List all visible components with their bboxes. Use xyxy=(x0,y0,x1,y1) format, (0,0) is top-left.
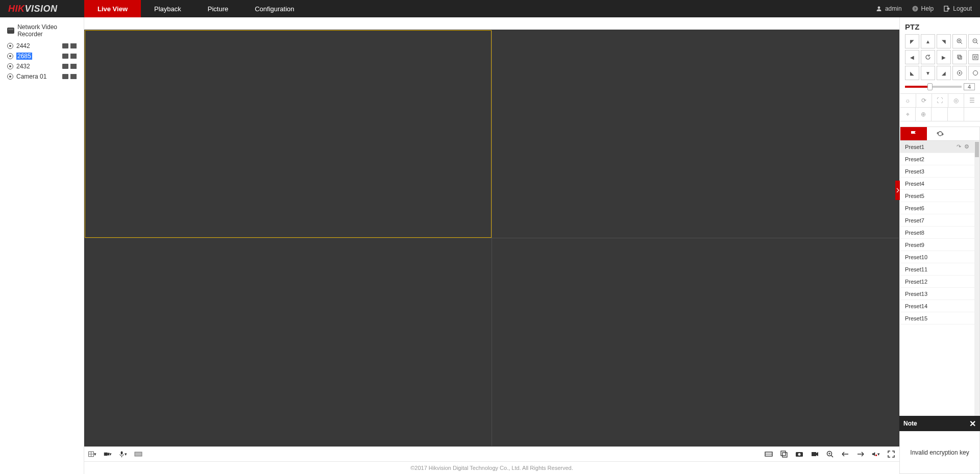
camera-icon[interactable] xyxy=(795,450,803,458)
record-toggle-icon[interactable] xyxy=(811,450,819,458)
record-icon[interactable] xyxy=(62,43,68,48)
video-cell-4[interactable] xyxy=(492,238,899,446)
preset-item[interactable]: Preset5 xyxy=(900,190,974,202)
preset-item[interactable]: Preset3 xyxy=(900,165,974,178)
spacer xyxy=(948,108,964,121)
slider-thumb[interactable] xyxy=(927,83,933,90)
preset-item[interactable]: Preset4 xyxy=(900,178,974,190)
iris-open[interactable] xyxy=(952,66,967,80)
preset-label: Preset13 xyxy=(905,291,927,297)
next-icon[interactable] xyxy=(856,450,865,458)
nav-picture[interactable]: Picture xyxy=(194,0,241,17)
iris-close[interactable] xyxy=(968,66,980,80)
user-menu[interactable]: admin xyxy=(876,5,902,12)
ptz-icon[interactable] xyxy=(134,450,142,458)
svg-point-24 xyxy=(875,455,877,456)
ptz-down[interactable]: ▼ xyxy=(921,66,935,80)
preset-item[interactable]: Preset9 xyxy=(900,239,974,251)
help-link[interactable]: ? Help xyxy=(912,5,934,12)
snapshot-icon[interactable] xyxy=(70,74,77,79)
menu-icon[interactable]: ☰ xyxy=(964,94,980,107)
snapshot-icon[interactable] xyxy=(70,64,77,69)
preset-item[interactable]: Preset6 xyxy=(900,202,974,214)
focus-far[interactable] xyxy=(968,50,980,64)
zoom-out[interactable] xyxy=(968,34,980,48)
camera-item[interactable]: 2432 xyxy=(7,61,77,71)
focus-near[interactable] xyxy=(952,50,967,64)
light-icon[interactable]: ☼ xyxy=(900,94,916,107)
logout-label: Logout xyxy=(953,5,972,12)
flag-icon xyxy=(910,131,917,137)
preset-item[interactable]: Preset15 xyxy=(900,312,974,325)
tab-pattern[interactable] xyxy=(953,127,979,140)
layout-button[interactable]: ▾ xyxy=(88,450,96,458)
camera-list: 2442 2685 2432 xyxy=(0,41,84,82)
preset-label: Preset15 xyxy=(905,315,927,321)
preset-label: Preset9 xyxy=(905,242,924,248)
video-cell-1[interactable] xyxy=(85,30,492,238)
tab-preset[interactable] xyxy=(900,127,927,140)
close-icon[interactable]: ✕ xyxy=(969,419,976,429)
preset-item[interactable]: Preset10 xyxy=(900,251,974,263)
preset-item[interactable]: Preset11 xyxy=(900,263,974,276)
record-icon[interactable] xyxy=(62,64,68,69)
svg-rect-10 xyxy=(135,452,142,456)
ptz-up-right[interactable]: ◥ xyxy=(937,34,951,48)
wiper-icon[interactable]: ⟳ xyxy=(916,94,933,107)
record-icon[interactable] xyxy=(62,74,68,79)
ptz-up[interactable]: ▲ xyxy=(921,34,935,48)
snapshot-icon[interactable] xyxy=(70,43,77,48)
sound-icon[interactable]: ▾ xyxy=(872,450,880,458)
tab-patrol[interactable] xyxy=(927,127,953,140)
storage-icon[interactable] xyxy=(765,450,773,458)
camera-item[interactable]: Camera 01 xyxy=(7,71,77,82)
preset-item[interactable]: Preset12 xyxy=(900,276,974,288)
slider-fill xyxy=(905,86,927,88)
fullscreen-icon[interactable] xyxy=(887,450,895,458)
panel-collapse-handle[interactable] xyxy=(895,181,900,200)
goto-icon[interactable]: ↷ xyxy=(957,143,961,150)
preset-item[interactable]: Preset1 ↷⚙ xyxy=(900,141,974,153)
ptz-right[interactable]: ▶ xyxy=(937,50,951,64)
stream-button[interactable]: ▾ xyxy=(104,450,112,458)
focus-icon[interactable]: ⛶ xyxy=(932,94,948,107)
gear-icon[interactable]: ⚙ xyxy=(964,143,969,150)
ptz-auto[interactable] xyxy=(921,50,935,64)
preset-item[interactable]: Preset14 xyxy=(900,300,974,312)
ptz-down-left[interactable]: ◣ xyxy=(905,66,919,80)
zoom-in[interactable] xyxy=(952,34,967,48)
tracking-icon[interactable]: ⊕ xyxy=(916,108,932,121)
video-cell-3[interactable] xyxy=(85,238,492,446)
video-cell-2[interactable] xyxy=(492,30,899,238)
preset-item[interactable]: Preset8 xyxy=(900,227,974,239)
ptz-left[interactable]: ◀ xyxy=(905,50,919,64)
scrollbar-thumb[interactable] xyxy=(975,142,979,157)
camera-label: Camera 01 xyxy=(16,73,46,80)
preset-item[interactable]: Preset2 xyxy=(900,153,974,165)
zoom-icon[interactable] xyxy=(826,450,834,458)
audio-button[interactable]: ▾ xyxy=(119,450,127,458)
record-icon[interactable] xyxy=(62,54,68,59)
slider-track[interactable] xyxy=(905,86,962,88)
camera-item[interactable]: 2685 xyxy=(7,51,77,61)
device-title: Network Video Recorder xyxy=(17,23,77,38)
copy-icon[interactable] xyxy=(780,450,788,458)
nav-live-view[interactable]: Live View xyxy=(84,0,141,17)
preset-item[interactable]: Preset7 xyxy=(900,214,974,227)
camera-label: 2685 xyxy=(16,53,32,60)
snapshot-icon[interactable] xyxy=(70,54,77,59)
ptz-down-right[interactable]: ◢ xyxy=(937,66,951,80)
preset-label: Preset1 xyxy=(905,144,924,150)
lens-init-icon[interactable]: ◎ xyxy=(948,94,965,107)
logout-link[interactable]: Logout xyxy=(944,5,972,12)
brand-logo: HIKVISION xyxy=(0,0,84,17)
camera-item[interactable]: 2442 xyxy=(7,41,77,51)
device-header[interactable]: Network Video Recorder xyxy=(0,21,84,41)
ptz-speed-slider[interactable]: 4 xyxy=(900,80,980,93)
ptz-up-left[interactable]: ◤ xyxy=(905,34,919,48)
prev-icon[interactable] xyxy=(841,450,849,458)
region-zoom-icon[interactable]: ⌖ xyxy=(900,108,916,121)
nav-playback[interactable]: Playback xyxy=(141,0,194,17)
nav-configuration[interactable]: Configuration xyxy=(241,0,307,17)
preset-item[interactable]: Preset13 xyxy=(900,288,974,300)
